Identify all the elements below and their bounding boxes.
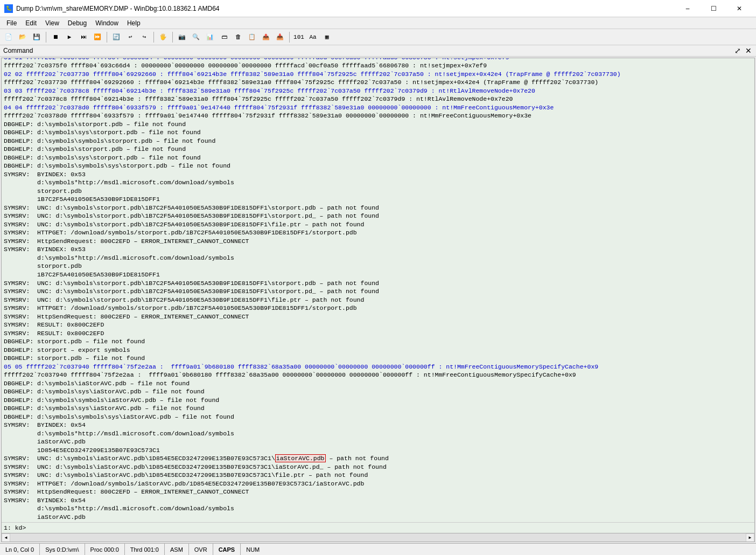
command-area: Command ⤢ ✕ xyxy=(0,45,756,57)
scroll-right-button[interactable]: ▶ xyxy=(746,533,754,542)
status-caps: CAPS xyxy=(213,544,241,555)
toolbar-btn-16[interactable]: 🗑 xyxy=(232,31,244,44)
toolbar-sep-5 xyxy=(289,32,290,43)
maximize-button[interactable]: ☐ xyxy=(701,0,726,17)
command-label: Command xyxy=(3,47,33,54)
output-content[interactable]: 1: kd> kv # Child-SP RetAddr Args to Chi… xyxy=(2,58,754,522)
title-text: Dump D:\vm\vm_share\MEMORY.DMP - WinDbg:… xyxy=(16,5,675,12)
toolbar-btn-9[interactable]: ↩ xyxy=(124,31,137,44)
toolbar-btn-18[interactable]: 📤 xyxy=(260,31,272,44)
toolbar-btn-2[interactable]: 📂 xyxy=(16,31,29,44)
toolbar-btn-12[interactable]: 📷 xyxy=(176,31,188,44)
scroll-track[interactable] xyxy=(10,533,746,542)
toolbar-btn-5[interactable]: ▶ xyxy=(63,31,76,44)
app-icon: 🐛 xyxy=(4,4,13,13)
toolbar-btn-7[interactable]: ⏩ xyxy=(91,31,104,44)
menu-window[interactable]: Window xyxy=(91,18,123,28)
cmd-fullscreen-icon[interactable]: ⤢ xyxy=(733,46,742,55)
close-button[interactable]: ✕ xyxy=(727,0,752,17)
menu-file[interactable]: File xyxy=(2,18,21,28)
toolbar-btn-11[interactable]: 🖐 xyxy=(157,31,170,44)
toolbar-btn-3[interactable]: 💾 xyxy=(30,31,43,44)
toolbar-btn-6[interactable]: ⏭ xyxy=(77,31,90,44)
menu-bar: File Edit View Debug Window Help xyxy=(0,17,756,29)
cmd-close-icon[interactable]: ✕ xyxy=(744,46,753,55)
toolbar-btn-15[interactable]: 🗃 xyxy=(218,31,230,44)
cmd-icons: ⤢ ✕ xyxy=(733,46,753,55)
toolbar-sep-4 xyxy=(172,32,173,43)
minimize-button[interactable]: – xyxy=(675,0,700,17)
status-bar: Ln 0, Col 0 Sys 0:D:\vm\ Proc 000:0 Thrd… xyxy=(0,543,756,555)
input-line: 1: kd> xyxy=(2,522,754,533)
menu-help[interactable]: Help xyxy=(123,18,145,28)
title-bar: 🐛 Dump D:\vm\vm_share\MEMORY.DMP - WinDb… xyxy=(0,0,756,17)
input-prompt: 1: kd> xyxy=(4,524,26,531)
menu-debug[interactable]: Debug xyxy=(64,18,91,28)
menu-view[interactable]: View xyxy=(41,18,64,28)
toolbar-btn-22[interactable]: ▦ xyxy=(320,31,333,44)
status-thrd: Thrd 001:0 xyxy=(125,544,165,555)
toolbar-btn-10[interactable]: ↪ xyxy=(138,31,151,44)
toolbar-btn-14[interactable]: 📊 xyxy=(204,31,216,44)
toolbar-btn-4[interactable]: ⏹ xyxy=(49,31,62,44)
toolbar-sep-2 xyxy=(107,32,107,43)
toolbar-btn-8[interactable]: 🔄 xyxy=(110,31,123,44)
horizontal-scrollbar[interactable]: ◀ ▶ xyxy=(2,533,754,542)
status-mode: ASM xyxy=(165,544,189,555)
toolbar-btn-1[interactable]: 📄 xyxy=(2,31,15,44)
status-ovr: OVR xyxy=(189,544,213,555)
toolbar-btn-19[interactable]: 📥 xyxy=(274,31,286,44)
command-input[interactable] xyxy=(27,524,752,531)
status-proc: Proc 000:0 xyxy=(85,544,125,555)
title-controls: – ☐ ✕ xyxy=(675,0,752,17)
menu-edit[interactable]: Edit xyxy=(21,18,41,28)
toolbar-btn-21[interactable]: Aa xyxy=(306,31,319,44)
main-content: 1: kd> kv # Child-SP RetAddr Args to Chi… xyxy=(0,57,756,543)
toolbar-sep-1 xyxy=(46,32,46,43)
scroll-left-button[interactable]: ◀ xyxy=(2,533,10,542)
status-position: Ln 0, Col 0 xyxy=(0,544,40,555)
toolbar-btn-20[interactable]: 101 xyxy=(292,31,305,44)
toolbar: 📄 📂 💾 ⏹ ▶ ⏭ ⏩ 🔄 ↩ ↪ 🖐 📷 🔍 📊 🗃 🗑 📋 📤 📥 10… xyxy=(0,29,756,45)
status-sys: Sys 0:D:\vm\ xyxy=(40,544,85,555)
status-num: NUM xyxy=(241,544,265,555)
toolbar-btn-17[interactable]: 📋 xyxy=(246,31,258,44)
output-window: 1: kd> kv # Child-SP RetAddr Args to Chi… xyxy=(1,58,755,542)
toolbar-sep-3 xyxy=(153,32,154,43)
toolbar-btn-13[interactable]: 🔍 xyxy=(190,31,202,44)
